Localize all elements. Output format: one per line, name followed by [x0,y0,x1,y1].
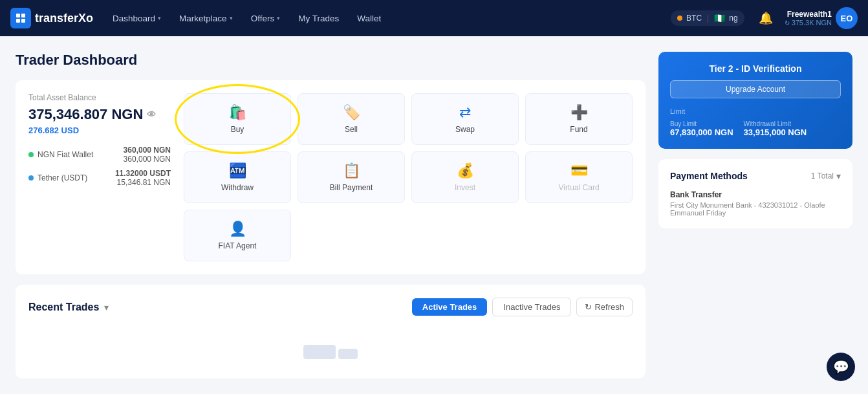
trades-tabs: Active Trades Inactive Trades ↻ Refresh [412,298,633,316]
brand-name: transferXo [35,12,93,25]
refresh-button[interactable]: ↻ Refresh [576,298,633,316]
invest-label: Invest [455,183,475,192]
action-grid: 🛍️ Buy 🏷️ Sell ⇄ Swap ➕ Fund [184,93,633,261]
buy-icon: 🛍️ [229,104,246,121]
fiat-agent-icon: 👤 [229,221,246,237]
balance-ngn: 375,346.807 NGN 👁 [28,106,171,123]
buy-button[interactable]: 🛍️ Buy [184,93,291,145]
withdrawal-limit-label: Withdrawal Limit [744,120,807,127]
logo-icon [10,8,31,28]
bill-payment-icon: 📋 [343,162,360,179]
fiat-agent-label: FIAT Agent [219,241,257,250]
buy-limit: Buy Limit 67,830,000 NGN [670,120,733,137]
sell-icon: 🏷️ [343,104,360,121]
verification-card: Tier 2 - ID Verification Upgrade Account… [658,52,852,149]
upgrade-account-button[interactable]: Upgrade Account [670,80,841,98]
eye-icon[interactable]: 👁 [147,109,156,120]
wallet-item-ngn[interactable]: NGN Fiat Wallet 360,000 NGN 360,000 NGN [28,146,171,164]
user-balance: ↻ 375.3K NGN [785,19,832,27]
user-info: Freewealth1 ↻ 375.3K NGN EO [785,7,858,29]
currency-badge[interactable]: BTC | 🇳🇬 ng [671,10,744,26]
dashboard-card: Total Asset Balance 375,346.807 NGN 👁 27… [16,80,646,274]
bell-icon[interactable]: 🔔 [755,7,777,29]
refresh-icon: ↻ [585,302,592,312]
recent-trades-header: Recent Trades ▾ Active Trades Inactive T… [28,298,633,316]
withdraw-button[interactable]: 🏧 Withdraw [184,151,291,203]
flag-icon: 🇳🇬 [714,13,725,23]
refresh-icon: ↻ [785,19,790,27]
main-content: Trader Dashboard Total Asset Balance 375… [0,36,868,394]
chevron-down-icon[interactable]: ▾ [836,171,841,181]
withdrawal-limit-value: 33,915,000 NGN [744,127,807,137]
chevron-icon: ▾ [230,15,233,21]
navbar: transferXo Dashboard ▾ Marketplace ▾ Off… [0,0,868,36]
withdraw-label: Withdraw [221,183,254,192]
empty-state [28,325,633,366]
buy-label: Buy [231,125,244,134]
left-panel: Trader Dashboard Total Asset Balance 375… [16,52,646,378]
swap-icon: ⇄ [459,104,471,121]
invest-button[interactable]: 💰 Invest [411,151,519,203]
tab-inactive-trades[interactable]: Inactive Trades [492,298,571,316]
page-title: Trader Dashboard [16,52,646,69]
nav-dashboard[interactable]: Dashboard ▾ [106,10,168,27]
chevron-down-icon[interactable]: ▾ [104,302,109,312]
bank-name: Bank Transfer [670,190,841,199]
payment-methods-card: Payment Methods 1 Total ▾ Bank Transfer … [658,159,852,228]
virtual-card-label: Virtual Card [558,183,599,192]
balance-usd: 276.682 USD [28,126,171,135]
recent-trades-title: Recent Trades [28,301,99,313]
nav-wallet[interactable]: Wallet [351,10,387,27]
virtual-card-icon: 💳 [570,162,588,179]
bill-payment-button[interactable]: 📋 Bill Payment [298,151,405,203]
sell-label: Sell [345,125,358,134]
chevron-icon: ▾ [158,15,161,21]
sell-button[interactable]: 🏷️ Sell [298,93,405,145]
payment-methods-count: 1 Total [811,171,834,181]
fund-icon: ➕ [570,104,588,121]
right-panel: Tier 2 - ID Verification Upgrade Account… [658,52,852,378]
fund-label: Fund [570,125,587,134]
balance-label: Total Asset Balance [28,93,171,102]
buy-limit-label: Buy Limit [670,120,733,127]
empty-illustration [303,345,358,359]
swap-button[interactable]: ⇄ Swap [411,93,519,145]
payment-methods-header: Payment Methods 1 Total ▾ [670,171,841,181]
wallet-item-usdt[interactable]: Tether (USDT) 11.32000 USDT 15,346.81 NG… [28,169,171,187]
recent-trades-card: Recent Trades ▾ Active Trades Inactive T… [16,285,646,378]
buy-btn-wrapper: 🛍️ Buy [184,93,291,145]
bank-transfer-item: Bank Transfer First City Monument Bank -… [670,190,841,217]
chevron-icon: ▾ [277,15,280,21]
fund-button[interactable]: ➕ Fund [525,93,633,145]
nav-mytrades[interactable]: My Trades [292,10,345,27]
verification-title: Tier 2 - ID Verification [670,63,841,74]
virtual-card-button[interactable]: 💳 Virtual Card [525,151,633,203]
btc-icon [677,16,682,21]
chat-icon: 💬 [833,359,849,375]
username: Freewealth1 [785,10,832,19]
invest-icon: 💰 [457,162,474,179]
chat-widget[interactable]: 💬 [827,353,855,381]
avatar[interactable]: EO [836,7,858,29]
brand-logo[interactable]: transferXo [10,8,93,28]
limit-label: Limit [670,107,841,115]
fiat-agent-button[interactable]: 👤 FIAT Agent [184,210,291,261]
wallet-dot-blue [28,175,34,181]
wallet-dot-green [28,152,34,157]
withdrawal-limit: Withdrawal Limit 33,915,000 NGN [744,120,807,137]
withdraw-icon: 🏧 [229,162,246,179]
balance-section: Total Asset Balance 375,346.807 NGN 👁 27… [28,93,171,261]
tab-active-trades[interactable]: Active Trades [412,298,488,316]
payment-methods-title: Payment Methods [670,171,748,181]
bill-payment-label: Bill Payment [330,183,373,192]
bank-details: First City Monument Bank - 4323031012 - … [670,201,841,217]
nav-offers[interactable]: Offers ▾ [244,10,287,27]
wallet-list: NGN Fiat Wallet 360,000 NGN 360,000 NGN … [28,146,171,187]
limits-row: Buy Limit 67,830,000 NGN Withdrawal Limi… [670,120,841,137]
swap-label: Swap [455,125,475,134]
buy-limit-value: 67,830,000 NGN [670,127,733,137]
nav-marketplace[interactable]: Marketplace ▾ [173,10,239,27]
